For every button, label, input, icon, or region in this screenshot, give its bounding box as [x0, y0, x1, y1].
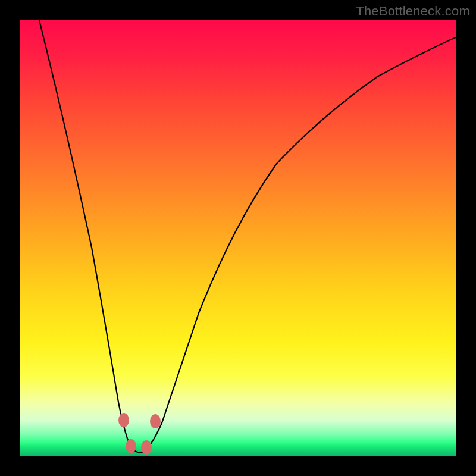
- curve-layer: [20, 20, 456, 456]
- marker-dot: [141, 440, 152, 455]
- marker-dot: [118, 413, 129, 427]
- bottleneck-curve: [39, 20, 456, 453]
- plot-area: [20, 20, 456, 456]
- watermark-text: TheBottleneck.com: [356, 4, 470, 19]
- marker-dot: [150, 414, 161, 428]
- marker-dot: [126, 439, 136, 453]
- chart-frame: TheBottleneck.com: [0, 0, 476, 476]
